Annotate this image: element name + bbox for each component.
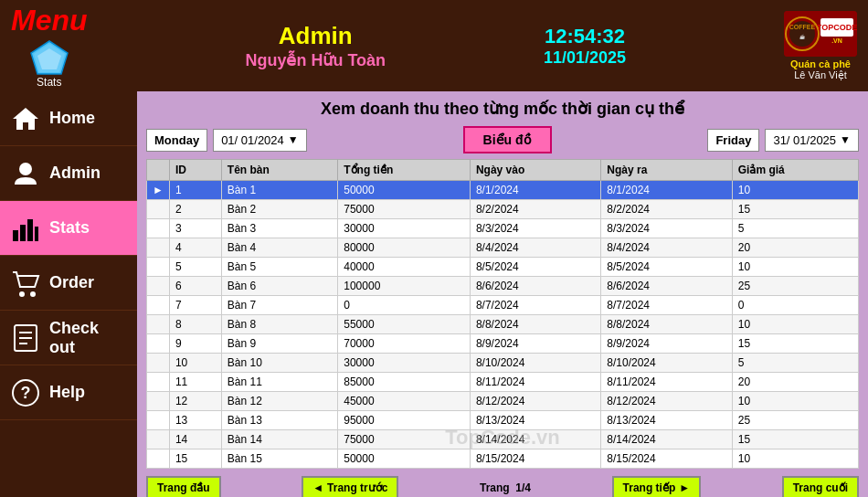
row-ten-ban: Bàn 4: [221, 238, 337, 258]
row-ten-ban: Bàn 10: [221, 354, 337, 373]
row-id: 2: [169, 200, 221, 219]
svg-text:☕: ☕: [799, 34, 806, 40]
next-page-button[interactable]: Trang tiếp ►: [612, 476, 702, 497]
table-row[interactable]: 6Bàn 61000008/6/20248/6/202425: [147, 277, 859, 296]
row-id: 5: [169, 258, 221, 277]
svg-rect-16: [35, 227, 38, 241]
row-ten-ban: Bàn 2: [221, 200, 337, 219]
table-row[interactable]: 10Bàn 10300008/10/20248/10/20245: [147, 354, 859, 373]
row-giam-gia: 15: [732, 200, 858, 219]
row-ten-ban: Bàn 15: [221, 449, 337, 469]
pagination: Trang đầu ◄ Trang trước Trang 1/4 Trang …: [146, 472, 859, 497]
row-giam-gia: 25: [732, 277, 858, 296]
table-row[interactable]: 3Bàn 3300008/3/20248/3/20245: [147, 219, 859, 238]
row-arrow: [147, 200, 170, 219]
row-id: 4: [169, 238, 221, 258]
stats-icon: [9, 212, 42, 245]
table-row[interactable]: 9Bàn 9700008/9/20248/9/202415: [147, 334, 859, 354]
sidebar-checkout-label: Checkout: [49, 319, 99, 357]
to-date-arrow: ▼: [840, 133, 851, 146]
row-tong-tien: 85000: [338, 373, 471, 392]
header-center: Admin Nguyễn Hữu Toàn: [245, 22, 386, 70]
row-id: 7: [169, 296, 221, 315]
sidebar-item-admin[interactable]: Admin: [0, 146, 137, 201]
table-body: ►1Bàn 1500008/1/20248/1/2024102Bàn 27500…: [147, 181, 859, 469]
row-arrow: [147, 296, 170, 315]
sidebar-item-stats[interactable]: Stats: [0, 201, 137, 256]
table-row[interactable]: 2Bàn 2750008/2/20248/2/202415: [147, 200, 859, 219]
header-stats-area: Stats: [26, 39, 72, 89]
from-day-label: Monday: [146, 129, 207, 152]
from-date-input[interactable]: 01/ 01/2024 ▼: [213, 129, 307, 152]
row-giam-gia: 5: [732, 219, 858, 238]
row-ngay-vao: 8/13/2024: [470, 411, 600, 430]
row-tong-tien: 50000: [338, 449, 471, 469]
sidebar-home-label: Home: [49, 109, 95, 128]
row-arrow: [147, 449, 170, 469]
table-row[interactable]: ►1Bàn 1500008/1/20248/1/202410: [147, 181, 859, 200]
row-ngay-ra: 8/12/2024: [601, 392, 732, 411]
sidebar-item-order[interactable]: Order: [0, 256, 137, 311]
row-giam-gia: 20: [732, 238, 858, 258]
brand-name-label: Lê Văn Việt: [794, 69, 847, 81]
row-ngay-ra: 8/3/2024: [601, 219, 732, 238]
row-giam-gia: 10: [732, 392, 858, 411]
svg-text:?: ?: [21, 384, 31, 402]
brand-area: COFFEE ☕ TOPCODE .VN Quán cà phê Lê Văn …: [784, 11, 857, 81]
help-icon: ?: [9, 376, 42, 409]
prev-page-button[interactable]: ◄ Trang trước: [302, 476, 398, 497]
row-giam-gia: 15: [732, 334, 858, 354]
row-ngay-vao: 8/11/2024: [470, 373, 600, 392]
sidebar-item-checkout[interactable]: Checkout: [0, 311, 137, 365]
sidebar-item-home[interactable]: Home: [0, 91, 137, 146]
row-ten-ban: Bàn 13: [221, 411, 337, 430]
page-info: Trang 1/4: [480, 481, 531, 494]
row-ngay-ra: 8/11/2024: [601, 373, 732, 392]
home-icon: [9, 102, 42, 135]
row-tong-tien: 50000: [338, 181, 471, 200]
row-arrow: ►: [147, 181, 170, 200]
table-row[interactable]: 7Bàn 708/7/20248/7/20240: [147, 296, 859, 315]
col-id: ID: [169, 160, 221, 181]
row-ten-ban: Bàn 5: [221, 258, 337, 277]
header-left: Menu Stats: [11, 4, 88, 89]
last-page-button[interactable]: Trang cuối: [782, 476, 859, 497]
sidebar-help-label: Help: [49, 383, 85, 402]
row-arrow: [147, 411, 170, 430]
sidebar-item-help[interactable]: ? Help: [0, 365, 137, 420]
table-row[interactable]: 11Bàn 11850008/11/20248/11/202420: [147, 373, 859, 392]
stats-header-icon: [26, 39, 72, 76]
row-id: 9: [169, 334, 221, 354]
row-ngay-vao: 8/14/2024: [470, 430, 600, 449]
row-ngay-ra: 8/9/2024: [601, 334, 732, 354]
row-ngay-ra: 8/7/2024: [601, 296, 732, 315]
brand-logo: COFFEE ☕ TOPCODE .VN: [784, 11, 857, 57]
to-date-input[interactable]: 31/ 01/2025 ▼: [765, 129, 859, 152]
row-tong-tien: 0: [338, 296, 471, 315]
row-ngay-vao: 8/8/2024: [470, 315, 600, 334]
row-ngay-ra: 8/1/2024: [601, 181, 732, 200]
table-row[interactable]: 4Bàn 4800008/4/20248/4/202420: [147, 238, 859, 258]
table-row[interactable]: 5Bàn 5400008/5/20248/5/202410: [147, 258, 859, 277]
row-tong-tien: 30000: [338, 354, 471, 373]
chart-button[interactable]: Biểu đồ: [463, 126, 552, 153]
row-ngay-ra: 8/2/2024: [601, 200, 732, 219]
table-row[interactable]: 15Bàn 15500008/15/20248/15/202410: [147, 449, 859, 469]
first-page-button[interactable]: Trang đầu: [146, 476, 221, 497]
row-id: 10: [169, 354, 221, 373]
current-time: 12:54:32: [545, 25, 625, 48]
filter-bar: Monday 01/ 01/2024 ▼ Biểu đồ Friday 31/ …: [146, 126, 859, 153]
row-ngay-ra: 8/14/2024: [601, 430, 732, 449]
col-ten-ban: Tên bàn: [221, 160, 337, 181]
table-row[interactable]: 13Bàn 13950008/13/20248/13/202425: [147, 411, 859, 430]
row-id: 3: [169, 219, 221, 238]
row-arrow: [147, 258, 170, 277]
row-giam-gia: 25: [732, 411, 858, 430]
table-row[interactable]: 8Bàn 8550008/8/20248/8/202410: [147, 315, 859, 334]
row-ngay-vao: 8/4/2024: [470, 238, 600, 258]
row-id: 13: [169, 411, 221, 430]
sidebar-order-label: Order: [49, 273, 94, 292]
table-row[interactable]: 14Bàn 14750008/14/20248/14/202415: [147, 430, 859, 449]
table-row[interactable]: 12Bàn 12450008/12/20248/12/202410: [147, 392, 859, 411]
checkout-icon: [9, 322, 42, 354]
